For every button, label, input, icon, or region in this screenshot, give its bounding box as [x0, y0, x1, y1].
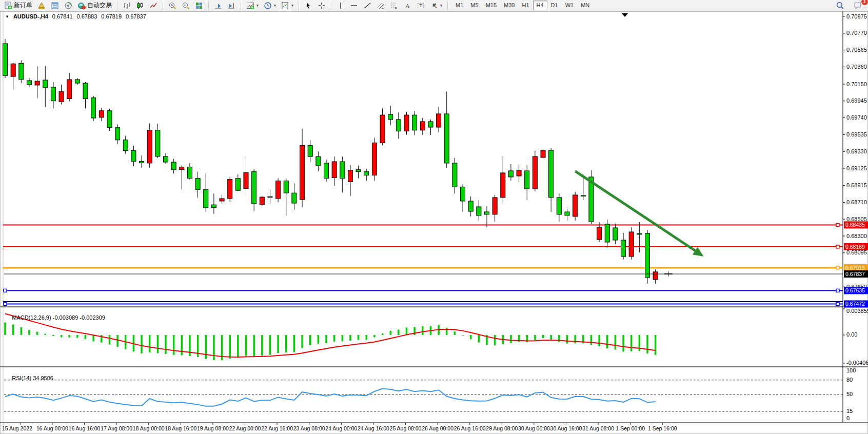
candle-body: [292, 193, 297, 203]
chevron-down-icon[interactable]: ▾: [291, 3, 293, 8]
notifications-button[interactable]: 1: [851, 0, 865, 11]
chevron-down-icon[interactable]: ▾: [257, 3, 259, 8]
timeframe-h1-button[interactable]: H1: [518, 1, 532, 10]
candle-body: [340, 162, 345, 178]
timeframe-m15-button[interactable]: M15: [482, 1, 500, 10]
crosshair-button[interactable]: [315, 0, 328, 11]
zoom-out-button[interactable]: [179, 0, 192, 11]
market-watch-button[interactable]: [48, 0, 62, 11]
price-line-tag-label: 0.67472: [845, 301, 865, 307]
candle-body: [621, 240, 626, 257]
cone-icon: [37, 2, 46, 10]
text-label-button[interactable]: T: [414, 0, 427, 11]
candle-body: [83, 83, 88, 99]
timeframe-h4-button[interactable]: H4: [533, 1, 547, 10]
toolbar-separator: [163, 2, 163, 10]
periods-button[interactable]: ▾: [261, 0, 279, 11]
zoom-in-button[interactable]: [166, 0, 179, 11]
toolbar: 新订单自动交易▾▾▾EFAT▾M1M5M15M30H1H4D1W1MN1: [0, 0, 868, 11]
timeframe-m1-button[interactable]: M1: [452, 1, 467, 10]
timeframe-mn-button[interactable]: MN: [577, 1, 593, 10]
tile-windows-button[interactable]: [192, 0, 206, 11]
new-order-button[interactable]: 新订单: [2, 0, 35, 11]
new-order-icon: [4, 2, 12, 10]
line-handle[interactable]: [836, 302, 839, 305]
auto-trading-button[interactable]: 自动交易: [75, 0, 114, 11]
toolbar-separator: [299, 2, 299, 10]
search-button[interactable]: [833, 0, 847, 11]
candle-body: [420, 122, 425, 130]
timeframe-d1-button[interactable]: D1: [547, 1, 562, 10]
line-chart-button[interactable]: [147, 0, 160, 11]
hline-icon: [350, 2, 358, 10]
candle-body: [437, 114, 441, 127]
chart-shift-icon: [227, 2, 235, 10]
line-handle[interactable]: [836, 223, 839, 226]
candle-body: [91, 98, 96, 118]
price-tick-label: 0.70565: [846, 47, 867, 53]
text-button[interactable]: A: [401, 0, 414, 11]
svg-text:A: A: [405, 2, 410, 9]
candle-body: [541, 150, 545, 157]
timeframe-m30-button[interactable]: M30: [500, 1, 518, 10]
candle-body: [404, 115, 409, 131]
candle-body: [131, 151, 136, 162]
price-tick-label: 0.69535: [846, 131, 867, 137]
price-tick-label: 0.68915: [846, 182, 867, 188]
candle-body: [581, 195, 585, 196]
price-tick-label: 0.70975: [846, 13, 867, 19]
ohlc-low: 0.67819: [101, 13, 122, 19]
timeframe-m5-button[interactable]: M5: [467, 1, 482, 10]
price-tick-label: 0.69945: [846, 97, 867, 104]
vertical-line-button[interactable]: [334, 0, 347, 11]
line-handle[interactable]: [4, 289, 7, 292]
candle-body: [380, 115, 385, 143]
arrows-button[interactable]: ▾: [427, 0, 445, 11]
candle-body: [597, 227, 602, 240]
candle-body: [356, 170, 361, 172]
trendline-icon: [363, 2, 371, 10]
ohlc-high: 0.67883: [77, 13, 97, 19]
line-handle[interactable]: [4, 302, 7, 305]
candle-body: [43, 80, 48, 88]
candle-body: [573, 195, 578, 216]
symbol-title: AUDUSD-,H4: [13, 13, 48, 19]
new-order-label: 新订单: [14, 1, 32, 10]
equidistant-channel-button[interactable]: E: [374, 0, 387, 11]
candle-body: [549, 150, 554, 198]
chart-shift-button[interactable]: [225, 0, 238, 11]
macd-axis-label: 0.00: [846, 331, 857, 338]
candle-body: [565, 212, 569, 215]
fibonacci-button[interactable]: F: [387, 0, 401, 11]
navigator-button[interactable]: [62, 0, 75, 11]
candle-body: [332, 162, 337, 178]
line-handle[interactable]: [836, 266, 839, 269]
line-handle[interactable]: [836, 245, 839, 248]
price-tick-label: 0.69330: [846, 148, 867, 154]
search-icon: [836, 1, 844, 10]
bar-chart-button[interactable]: [120, 0, 133, 11]
candle-body: [164, 156, 168, 162]
auto-scroll-button[interactable]: [211, 0, 225, 11]
cursor-button[interactable]: [302, 0, 315, 11]
templates-button[interactable]: ▾: [279, 0, 296, 11]
candle-body: [492, 198, 497, 214]
chart-menu-icon[interactable]: ▼: [5, 14, 9, 19]
candle-body: [508, 171, 513, 177]
candle-body: [324, 163, 329, 179]
candle-body: [428, 122, 433, 127]
chevron-down-icon[interactable]: ▾: [440, 3, 442, 8]
candle-body: [99, 111, 104, 117]
indicators-button[interactable]: ▾: [244, 0, 261, 11]
cone-button[interactable]: [35, 0, 48, 11]
bar-chart-icon: [123, 2, 131, 10]
horizontal-line-button[interactable]: [347, 0, 361, 11]
timeframe-w1-button[interactable]: W1: [562, 1, 578, 10]
chevron-down-icon[interactable]: ▾: [274, 3, 276, 8]
candle-chart-button[interactable]: [133, 0, 147, 11]
line-handle[interactable]: [836, 289, 839, 292]
trendline-button[interactable]: [361, 0, 374, 11]
candle-body: [653, 272, 658, 280]
navigator-icon: [64, 2, 72, 10]
candle-body: [613, 228, 618, 240]
